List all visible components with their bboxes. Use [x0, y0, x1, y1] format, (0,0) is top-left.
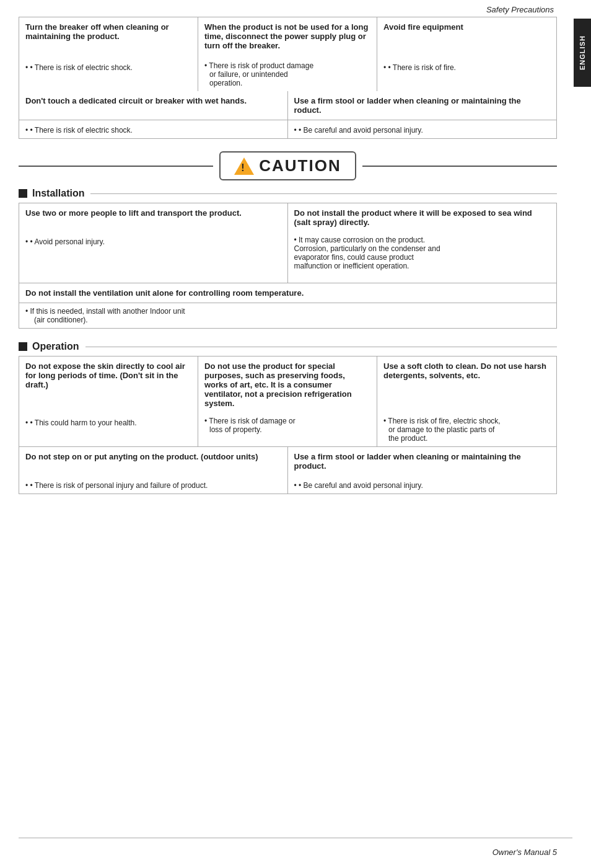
- install-col1-note: • Avoid personal injury.: [19, 232, 288, 283]
- safety-precautions-text: Safety Precautions: [486, 5, 554, 14]
- ventilation-title-box: Do not install the ventilation unit alon…: [19, 283, 557, 303]
- op-bottom-col2-note: • Be careful and avoid personal injury.: [288, 476, 557, 494]
- op-grid: Do not expose the skin directly to cool …: [19, 356, 557, 413]
- page-wrapper: Safety Precautions ENGLISH Turn the brea…: [0, 0, 591, 868]
- safety-precautions-label: Safety Precautions: [0, 0, 591, 17]
- mid-col1-title: Don't touch a dedicated circuit or break…: [19, 91, 288, 120]
- installation-line: [90, 193, 557, 194]
- top-col1-note: • There is risk of electric shock.: [19, 58, 198, 91]
- operation-header: Operation: [19, 341, 557, 352]
- caution-banner: CAUTION: [19, 151, 557, 180]
- op-bottom-col1-note: • There is risk of personal injury and f…: [19, 476, 288, 494]
- caution-text: CAUTION: [259, 156, 341, 175]
- op-col1-note: • This could harm to your health.: [19, 413, 198, 446]
- top-col3-title: Avoid fire equipment: [377, 17, 556, 58]
- operation-line: [85, 347, 557, 347]
- op-col2-title: Do not use the product for special purpo…: [198, 356, 377, 413]
- op-col1-title: Do not expose the skin directly to cool …: [19, 356, 198, 413]
- top-grid-notes: • There is risk of electric shock. • The…: [19, 58, 557, 91]
- mid-col2-note: • Be careful and avoid personal injury.: [288, 120, 557, 138]
- top-col2-note: • There is risk of product damage or fai…: [198, 58, 377, 91]
- install-notes: • Avoid personal injury. • It may cause …: [19, 232, 557, 283]
- english-side-tab: ENGLISH: [574, 19, 591, 87]
- top-col1-title: Turn the breaker off when cleaning or ma…: [19, 17, 198, 58]
- caution-line-right: [362, 166, 557, 167]
- installation-label: Installation: [32, 188, 84, 199]
- footer-line: [19, 838, 572, 838]
- installation-square-icon: [19, 189, 27, 198]
- operation-label: Operation: [32, 341, 79, 352]
- top-col2-title: When the product is not be used for a lo…: [198, 17, 377, 58]
- mid-notes: • There is risk of electric shock. • Be …: [19, 120, 557, 139]
- mid-col1-note: • There is risk of electric shock.: [19, 120, 288, 138]
- op-col2-note: • There is risk of damage or loss of pro…: [198, 413, 377, 446]
- footer-text: Owner's Manual 5: [492, 848, 557, 857]
- op-bottom-grid: Do not step on or put anyting on the pro…: [19, 447, 557, 476]
- op-bottom-col2-title: Use a firm stool or ladder when cleaning…: [288, 447, 557, 476]
- mid-col2-title: Use a firm stool or ladder when cleaning…: [288, 91, 557, 120]
- caution-box: CAUTION: [219, 151, 356, 180]
- top-grid: Turn the breaker off when cleaning or ma…: [19, 17, 557, 58]
- install-col2-title: Do not install the product where it will…: [288, 203, 557, 232]
- op-col3-title: Use a soft cloth to clean. Do not use ha…: [377, 356, 556, 413]
- caution-triangle-icon: [234, 157, 254, 175]
- op-bottom-col1-title: Do not step on or put anyting on the pro…: [19, 447, 288, 476]
- footer: Owner's Manual 5: [492, 848, 557, 857]
- installation-header: Installation: [19, 188, 557, 199]
- install-col2-note: • It may cause corrosion on the product.…: [288, 232, 557, 283]
- main-content: Turn the breaker off when cleaning or ma…: [0, 17, 591, 494]
- caution-line-left: [19, 166, 213, 167]
- install-grid: Use two or more people to lift and trans…: [19, 203, 557, 232]
- install-col1-title: Use two or more people to lift and trans…: [19, 203, 288, 232]
- top-col3-note: • There is risk of fire.: [377, 58, 556, 91]
- ventilation-note-box: • If this is needed, install with anothe…: [19, 303, 557, 329]
- op-notes: • This could harm to your health. • Ther…: [19, 413, 557, 447]
- op-bottom-notes: • There is risk of personal injury and f…: [19, 476, 557, 494]
- operation-square-icon: [19, 342, 27, 351]
- op-col3-note: • There is risk of fire, electric shock,…: [377, 413, 556, 446]
- mid-grid: Don't touch a dedicated circuit or break…: [19, 91, 557, 120]
